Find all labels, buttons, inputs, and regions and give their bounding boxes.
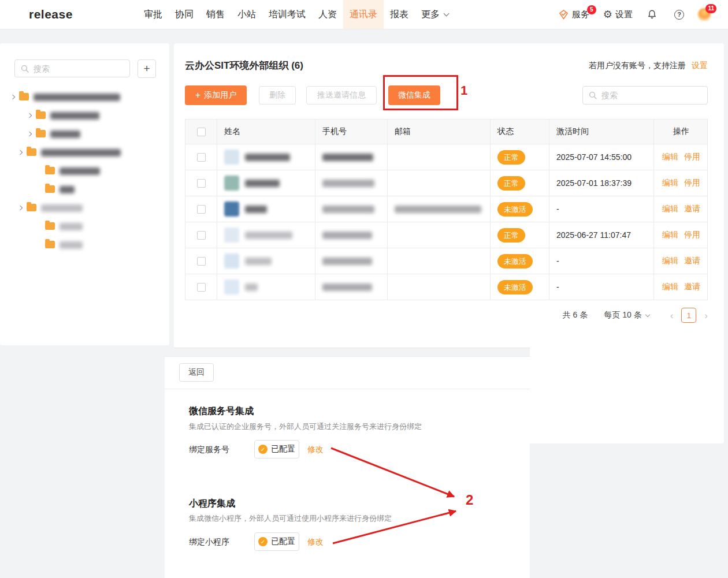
nav-item-培训考试[interactable]: 培训考试	[262, 0, 312, 29]
top-nav: release 审批协同销售小站培训考试人资通讯录报表更多 服务 5 ⚙ 设置 …	[0, 0, 728, 29]
page-number-button[interactable]: 1	[681, 308, 696, 323]
action-cell: 编辑停用	[654, 170, 708, 196]
tree-node[interactable]	[0, 199, 169, 217]
page-size-label: 每页 10 条	[604, 310, 641, 320]
nav-item-审批[interactable]: 审批	[138, 0, 169, 29]
tree-node-label-blurred	[60, 186, 75, 193]
row-checkbox[interactable]	[197, 231, 206, 240]
tree-node[interactable]	[0, 88, 169, 106]
chevron-icon[interactable]	[27, 132, 32, 136]
status-badge: 正常	[497, 228, 525, 243]
user-search-input[interactable]	[583, 87, 707, 104]
nav-item-协同[interactable]: 协同	[169, 0, 200, 29]
user-name-blurred	[245, 206, 267, 213]
action-link[interactable]: 邀请	[684, 204, 700, 214]
push-invite-button[interactable]: 推送邀请信息	[306, 86, 377, 105]
help-icon: ?	[674, 10, 684, 20]
tree-node[interactable]	[0, 217, 169, 236]
action-link[interactable]: 编辑	[662, 178, 678, 188]
register-settings-link[interactable]: 设置	[692, 61, 708, 70]
row-checkbox[interactable]	[197, 179, 206, 188]
nav-item-label: 更多	[421, 9, 440, 21]
action-link[interactable]: 编辑	[662, 152, 678, 162]
modify-service-account-link[interactable]: 修改	[307, 440, 324, 458]
action-link[interactable]: 停用	[684, 230, 700, 240]
chevron-icon[interactable]	[27, 113, 32, 118]
activation-time-cell: -	[549, 274, 654, 300]
row-checkbox[interactable]	[197, 257, 206, 266]
tree-node[interactable]	[0, 180, 169, 199]
action-link[interactable]: 编辑	[662, 282, 678, 292]
page-title: 云办公SIT环境外部组织 (6)	[185, 59, 303, 72]
table-row: 正常2025-07-07 14:55:00编辑停用	[185, 144, 707, 170]
tree-node[interactable]	[0, 236, 169, 254]
action-link[interactable]: 编辑	[662, 204, 678, 214]
plus-icon: +	[195, 90, 200, 100]
service-button[interactable]: 服务 5	[558, 9, 589, 20]
help-button[interactable]: ?	[674, 10, 684, 20]
phone-blurred	[322, 154, 373, 161]
modify-mini-program-link[interactable]: 修改	[307, 532, 324, 551]
back-button[interactable]: 返回	[179, 363, 214, 382]
email-cell	[388, 196, 491, 222]
action-link[interactable]: 停用	[684, 178, 700, 188]
avatar	[224, 202, 239, 217]
email-cell	[388, 248, 491, 274]
page-size-select[interactable]: 每页 10 条	[604, 310, 649, 320]
nav-item-通讯录[interactable]: 通讯录	[343, 0, 384, 29]
mini-program-section-title: 小程序集成	[189, 498, 235, 510]
tree-node[interactable]	[0, 106, 169, 125]
bind-mini-program-label: 绑定小程序	[189, 532, 229, 551]
next-page-button[interactable]: ›	[704, 311, 708, 320]
tree-node[interactable]	[0, 143, 169, 162]
nav-item-更多[interactable]: 更多	[415, 0, 455, 29]
chevron-icon[interactable]	[18, 150, 23, 155]
email-cell	[388, 222, 491, 248]
status-badge: 未激活	[497, 254, 533, 269]
add-user-button[interactable]: + 添加用户	[185, 85, 247, 105]
check-circle-icon: ✓	[258, 445, 268, 454]
chevron-icon[interactable]	[18, 206, 23, 210]
prev-page-button[interactable]: ‹	[670, 311, 674, 320]
select-all-checkbox[interactable]	[197, 128, 206, 136]
tree-node[interactable]	[0, 162, 169, 180]
email-cell	[388, 274, 491, 300]
action-link[interactable]: 编辑	[662, 256, 678, 266]
notifications-button[interactable]	[647, 9, 660, 20]
action-link[interactable]: 邀请	[684, 256, 700, 266]
nav-item-销售[interactable]: 销售	[200, 0, 231, 29]
add-department-button[interactable]: +	[138, 59, 156, 78]
status-cell: 未激活	[491, 196, 549, 222]
nav-item-小站[interactable]: 小站	[231, 0, 262, 29]
settings-button[interactable]: ⚙ 设置	[603, 9, 633, 20]
chevron-icon[interactable]	[10, 95, 15, 99]
action-link[interactable]: 停用	[684, 152, 700, 162]
tree-node[interactable]	[0, 125, 169, 143]
delete-button[interactable]: 删除	[259, 86, 296, 105]
phone-cell	[315, 196, 388, 222]
reward-button[interactable]: 11	[698, 8, 711, 21]
avatar	[224, 253, 239, 269]
folder-icon	[19, 93, 29, 100]
activation-time-cell: 2025-07-07 14:55:00	[549, 144, 654, 170]
user-name-blurred	[245, 284, 258, 291]
bind-service-account-label: 绑定服务号	[189, 440, 229, 458]
wechat-integration-button[interactable]: 微信集成	[388, 85, 440, 105]
row-checkbox[interactable]	[197, 153, 206, 162]
status-badge: 未激活	[497, 280, 533, 294]
nav-item-报表[interactable]: 报表	[384, 0, 415, 29]
row-checkbox[interactable]	[197, 205, 206, 214]
tree-node-label-blurred	[50, 112, 99, 120]
mini-program-configured-button[interactable]: ✓ 已配置	[254, 532, 299, 551]
sidebar-search-input[interactable]	[15, 60, 129, 77]
status-cell: 正常	[491, 222, 549, 248]
activation-time-cell: -	[549, 248, 654, 274]
service-account-configured-button[interactable]: ✓ 已配置	[254, 440, 299, 458]
tree-node-label-blurred	[34, 94, 120, 101]
action-link[interactable]: 邀请	[684, 282, 700, 292]
row-checkbox[interactable]	[197, 283, 206, 292]
nav-item-人资[interactable]: 人资	[312, 0, 343, 29]
phone-cell	[315, 274, 388, 300]
action-link[interactable]: 编辑	[662, 230, 678, 240]
email-cell	[388, 144, 491, 170]
